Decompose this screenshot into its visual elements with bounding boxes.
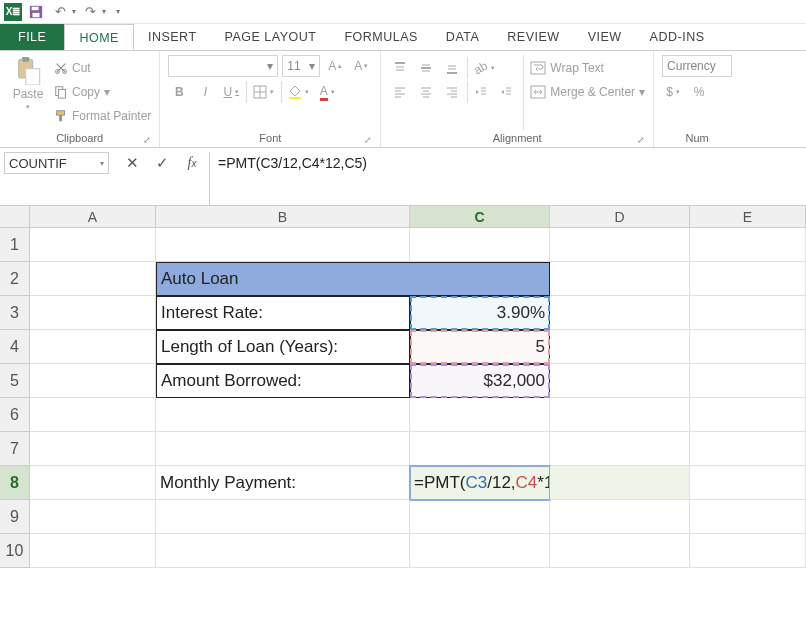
cell-e7[interactable] — [690, 432, 806, 466]
cell-d6[interactable] — [550, 398, 690, 432]
cell-e6[interactable] — [690, 398, 806, 432]
font-size-select[interactable]: 11▾ — [282, 55, 320, 77]
cancel-formula-icon[interactable]: ✕ — [121, 152, 143, 174]
select-all-corner[interactable] — [0, 206, 30, 228]
align-bottom-icon[interactable] — [441, 57, 463, 79]
align-center-icon[interactable] — [415, 81, 437, 103]
cell-a10[interactable] — [30, 534, 156, 568]
row-header-4[interactable]: 4 — [0, 330, 30, 364]
row-header-1[interactable]: 1 — [0, 228, 30, 262]
increase-indent-icon[interactable] — [495, 81, 517, 103]
redo-icon[interactable]: ↷ — [80, 2, 100, 22]
cell-a1[interactable] — [30, 228, 156, 262]
cell-b4[interactable]: Length of Loan (Years): — [156, 330, 410, 364]
row-header-3[interactable]: 3 — [0, 296, 30, 330]
undo-icon[interactable]: ↶ — [50, 2, 70, 22]
cell-e10[interactable] — [690, 534, 806, 568]
name-box-dropdown-icon[interactable]: ▾ — [100, 159, 104, 168]
cell-e1[interactable] — [690, 228, 806, 262]
cell-a8[interactable] — [30, 466, 156, 500]
enter-formula-icon[interactable]: ✓ — [151, 152, 173, 174]
tab-home[interactable]: HOME — [64, 24, 134, 50]
tab-addins[interactable]: ADD-INS — [636, 24, 719, 50]
alignment-launcher-icon[interactable]: ⤢ — [637, 135, 645, 145]
increase-font-icon[interactable]: A▴ — [324, 55, 346, 77]
qat-customize-icon[interactable]: ▾ — [116, 7, 120, 16]
bold-button[interactable]: B — [168, 81, 190, 103]
cell-c10[interactable] — [410, 534, 550, 568]
align-left-icon[interactable] — [389, 81, 411, 103]
decrease-indent-icon[interactable] — [467, 81, 491, 103]
col-header-b[interactable]: B — [156, 206, 410, 228]
cell-b2[interactable]: Auto Loan — [156, 262, 550, 296]
save-icon[interactable] — [26, 2, 46, 22]
name-box[interactable]: COUNTIF ▾ — [4, 152, 109, 174]
cell-b8[interactable]: Monthly Payment: — [156, 466, 410, 500]
cell-c5[interactable]: $32,000 — [410, 364, 550, 398]
cell-d3[interactable] — [550, 296, 690, 330]
row-header-2[interactable]: 2 — [0, 262, 30, 296]
row-header-9[interactable]: 9 — [0, 500, 30, 534]
cell-d10[interactable] — [550, 534, 690, 568]
tab-page-layout[interactable]: PAGE LAYOUT — [211, 24, 331, 50]
decrease-font-icon[interactable]: A▾ — [350, 55, 372, 77]
cell-c4[interactable]: 5 — [410, 330, 550, 364]
cell-a9[interactable] — [30, 500, 156, 534]
fill-color-button[interactable]: ▾ — [281, 81, 312, 103]
cell-c9[interactable] — [410, 500, 550, 534]
row-header-10[interactable]: 10 — [0, 534, 30, 568]
cell-a2[interactable] — [30, 262, 156, 296]
cell-a4[interactable] — [30, 330, 156, 364]
merge-center-button[interactable]: Merge & Center▾ — [530, 81, 645, 103]
wrap-text-button[interactable]: Wrap Text — [530, 57, 645, 79]
row-header-8[interactable]: 8 — [0, 466, 30, 500]
cell-c7[interactable] — [410, 432, 550, 466]
number-format-select[interactable]: Currency — [662, 55, 732, 77]
cell-b6[interactable] — [156, 398, 410, 432]
cell-a3[interactable] — [30, 296, 156, 330]
cell-b5[interactable]: Amount Borrowed: — [156, 364, 410, 398]
cell-d9[interactable] — [550, 500, 690, 534]
font-launcher-icon[interactable]: ⤢ — [364, 135, 372, 145]
col-header-d[interactable]: D — [550, 206, 690, 228]
cell-d1[interactable] — [550, 228, 690, 262]
col-header-a[interactable]: A — [30, 206, 156, 228]
insert-function-icon[interactable]: fx — [181, 152, 203, 174]
cell-a6[interactable] — [30, 398, 156, 432]
cell-e3[interactable] — [690, 296, 806, 330]
clipboard-launcher-icon[interactable]: ⤢ — [143, 135, 151, 145]
cell-e2[interactable] — [690, 262, 806, 296]
cell-a5[interactable] — [30, 364, 156, 398]
copy-button[interactable]: Copy▾ — [54, 81, 151, 103]
cell-d8[interactable] — [550, 466, 690, 500]
formula-bar[interactable]: =PMT(C3/12,C4*12,C5) — [209, 152, 806, 206]
cell-c1[interactable] — [410, 228, 550, 262]
cell-e4[interactable] — [690, 330, 806, 364]
percent-button[interactable]: % — [688, 81, 710, 103]
cell-d2[interactable] — [550, 262, 690, 296]
cell-d4[interactable] — [550, 330, 690, 364]
align-right-icon[interactable] — [441, 81, 463, 103]
cell-c3[interactable]: 3.90% — [410, 296, 550, 330]
format-painter-button[interactable]: Format Painter — [54, 105, 151, 127]
col-header-c[interactable]: C — [410, 206, 550, 228]
tab-review[interactable]: REVIEW — [493, 24, 573, 50]
cut-button[interactable]: Cut — [54, 57, 151, 79]
col-header-e[interactable]: E — [690, 206, 806, 228]
currency-button[interactable]: $▾ — [662, 81, 684, 103]
align-middle-icon[interactable] — [415, 57, 437, 79]
italic-button[interactable]: I — [194, 81, 216, 103]
undo-dropdown-icon[interactable]: ▾ — [72, 7, 76, 16]
tab-formulas[interactable]: FORMULAS — [330, 24, 431, 50]
tab-data[interactable]: DATA — [432, 24, 493, 50]
cell-d5[interactable] — [550, 364, 690, 398]
cell-b9[interactable] — [156, 500, 410, 534]
cell-b10[interactable] — [156, 534, 410, 568]
row-header-5[interactable]: 5 — [0, 364, 30, 398]
cell-d7[interactable] — [550, 432, 690, 466]
cell-e8[interactable] — [690, 466, 806, 500]
cell-c6[interactable] — [410, 398, 550, 432]
redo-dropdown-icon[interactable]: ▾ — [102, 7, 106, 16]
align-top-icon[interactable] — [389, 57, 411, 79]
row-header-7[interactable]: 7 — [0, 432, 30, 466]
